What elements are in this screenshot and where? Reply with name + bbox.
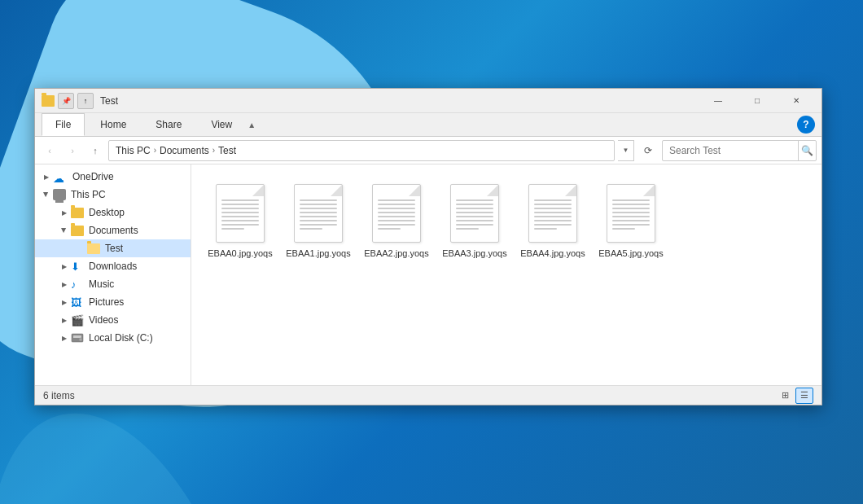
ribbon-collapse-icon[interactable]: ▲ bbox=[248, 121, 256, 129]
file-item-file3[interactable]: EBAA3.jpg.yoqs bbox=[439, 177, 510, 265]
doc-icon-file2 bbox=[372, 184, 421, 243]
doc-lines-file5 bbox=[612, 199, 650, 232]
refresh-button[interactable]: ⟳ bbox=[637, 140, 659, 161]
breadcrumb-documents[interactable]: Documents bbox=[160, 145, 209, 156]
help-button[interactable]: ? bbox=[797, 116, 815, 134]
doc-lines-file3 bbox=[456, 199, 493, 232]
view-list-button[interactable]: ☰ bbox=[795, 388, 813, 404]
forward-button[interactable]: › bbox=[63, 141, 82, 160]
doc-icon-file3 bbox=[450, 184, 499, 243]
view-toggle: ⊞ ☰ bbox=[776, 388, 813, 404]
doc-icon-file4 bbox=[528, 184, 577, 243]
view-grid-button[interactable]: ⊞ bbox=[776, 388, 794, 404]
search-input[interactable] bbox=[663, 145, 798, 156]
search-box: 🔍 bbox=[662, 140, 817, 161]
doc-lines-file1 bbox=[300, 199, 337, 232]
file-item-file5[interactable]: EBAA5.jpg.yoqs bbox=[595, 177, 667, 265]
doc-icon-file0 bbox=[216, 184, 265, 243]
status-item-count: 6 items bbox=[43, 390, 776, 401]
expand-arrow-videos: ▶ bbox=[58, 313, 71, 327]
sidebar-label-test: Test bbox=[105, 243, 123, 254]
svg-rect-1 bbox=[73, 335, 81, 338]
expand-arrow-this-pc: ▶ bbox=[40, 188, 53, 201]
sidebar-label-documents: Documents bbox=[89, 225, 138, 236]
sidebar-label-onedrive: OneDrive bbox=[72, 171, 114, 182]
doc-lines-file0 bbox=[221, 199, 259, 232]
sidebar-item-this-pc[interactable]: ▶ This PC bbox=[35, 186, 191, 204]
expand-arrow-music: ▶ bbox=[58, 278, 71, 291]
address-dropdown-button[interactable]: ▼ bbox=[618, 140, 634, 161]
tab-home[interactable]: Home bbox=[86, 113, 140, 136]
doc-lines-file4 bbox=[534, 199, 572, 232]
music-icon: ♪ bbox=[71, 278, 84, 290]
sidebar-label-this-pc: This PC bbox=[71, 189, 106, 200]
sidebar-item-music[interactable]: ▶ ♪ Music bbox=[35, 275, 191, 293]
folder-icon-title bbox=[42, 95, 55, 107]
file-name-file2: EBAA2.jpg.yoqs bbox=[364, 248, 429, 259]
up-button[interactable]: ↑ bbox=[85, 141, 105, 160]
doc-icon-file5 bbox=[607, 184, 655, 243]
file-item-file4[interactable]: EBAA4.jpg.yoqs bbox=[517, 177, 589, 265]
file-name-file3: EBAA3.jpg.yoqs bbox=[442, 248, 507, 259]
pictures-icon: 🖼 bbox=[71, 296, 84, 308]
videos-icon: 🎬 bbox=[71, 314, 84, 326]
tab-file[interactable]: File bbox=[42, 113, 85, 136]
title-bar: 📌 ↑ Test — □ ✕ bbox=[35, 89, 821, 113]
breadcrumb-test[interactable]: Test bbox=[218, 145, 236, 156]
sidebar-label-videos: Videos bbox=[89, 314, 118, 326]
explorer-window: 📌 ↑ Test — □ ✕ File Home Share View ▲ ? … bbox=[34, 88, 822, 405]
expand-arrow-pictures: ▶ bbox=[58, 296, 71, 309]
file-item-file0[interactable]: EBAA0.jpg.yoqs bbox=[204, 177, 276, 265]
sidebar-item-local-disk[interactable]: ▶ Local Disk (C:) bbox=[35, 329, 191, 347]
search-icon[interactable]: 🔍 bbox=[798, 141, 816, 160]
folder-icon-documents bbox=[71, 226, 84, 236]
downloads-icon: ⬇ bbox=[71, 261, 84, 272]
sidebar-label-local-disk: Local Disk (C:) bbox=[89, 332, 153, 344]
pc-icon bbox=[53, 189, 66, 200]
window-controls: — □ ✕ bbox=[699, 89, 815, 113]
status-bar: 6 items ⊞ ☰ bbox=[35, 385, 821, 405]
ribbon: File Home Share View ▲ ? bbox=[35, 113, 821, 137]
sidebar-label-pictures: Pictures bbox=[89, 296, 124, 308]
sidebar-item-pictures[interactable]: ▶ 🖼 Pictures bbox=[35, 293, 191, 311]
sidebar-item-test[interactable]: ▶ Test bbox=[35, 239, 191, 257]
maximize-button[interactable]: □ bbox=[738, 89, 776, 113]
file-name-file5: EBAA5.jpg.yoqs bbox=[598, 248, 664, 259]
expand-arrow-onedrive: ▶ bbox=[40, 170, 53, 183]
minimize-button[interactable]: — bbox=[699, 89, 737, 113]
file-item-file2[interactable]: EBAA2.jpg.yoqs bbox=[361, 177, 432, 265]
sidebar-item-onedrive[interactable]: ▶ ☁ OneDrive bbox=[35, 168, 191, 186]
tab-share[interactable]: Share bbox=[142, 113, 195, 136]
file-name-file0: EBAA0.jpg.yoqs bbox=[208, 248, 273, 259]
sidebar-item-downloads[interactable]: ▶ ⬇ Downloads bbox=[35, 257, 191, 275]
sidebar-label-music: Music bbox=[89, 278, 114, 290]
onedrive-icon: ☁ bbox=[53, 172, 68, 182]
breadcrumb-this-pc[interactable]: This PC bbox=[116, 145, 151, 156]
expand-arrow-desktop: ▶ bbox=[58, 206, 71, 219]
svg-point-2 bbox=[79, 338, 82, 341]
tab-view[interactable]: View bbox=[197, 113, 246, 136]
folder-icon-test bbox=[87, 243, 100, 254]
window-title: Test bbox=[100, 95, 699, 107]
file-name-file1: EBAA1.jpg.yoqs bbox=[286, 248, 351, 259]
close-button[interactable]: ✕ bbox=[778, 89, 815, 113]
nav-up-small-btn[interactable]: ↑ bbox=[77, 93, 94, 109]
address-path[interactable]: This PC › Documents › Test bbox=[108, 140, 615, 161]
folder-icon-desktop bbox=[71, 208, 84, 218]
sidebar-item-documents[interactable]: ▶ Documents bbox=[35, 221, 191, 239]
expand-arrow-local-disk: ▶ bbox=[58, 331, 71, 344]
sidebar-item-videos[interactable]: ▶ 🎬 Videos bbox=[35, 311, 191, 329]
address-bar: ‹ › ↑ This PC › Documents › Test ▼ ⟳ 🔍 bbox=[35, 137, 821, 164]
sidebar-item-desktop[interactable]: ▶ Desktop bbox=[35, 204, 191, 221]
quick-access-btn[interactable]: 📌 bbox=[58, 93, 74, 109]
breadcrumb-sep-2: › bbox=[212, 146, 215, 155]
back-button[interactable]: ‹ bbox=[40, 141, 59, 160]
expand-arrow-downloads: ▶ bbox=[58, 260, 71, 273]
sidebar: ▶ ☁ OneDrive ▶ This PC ▶ Desktop ▶ Docum… bbox=[35, 164, 191, 385]
title-bar-icons: 📌 ↑ bbox=[42, 93, 94, 109]
content-area: EBAA0.jpg.yoqsEBAA1.jpg.yoqsEBAA2.jpg.yo… bbox=[191, 164, 821, 385]
sidebar-label-downloads: Downloads bbox=[89, 261, 137, 272]
file-item-file1[interactable]: EBAA1.jpg.yoqs bbox=[283, 177, 354, 265]
main-area: ▶ ☁ OneDrive ▶ This PC ▶ Desktop ▶ Docum… bbox=[35, 164, 821, 385]
doc-lines-file2 bbox=[378, 199, 415, 232]
